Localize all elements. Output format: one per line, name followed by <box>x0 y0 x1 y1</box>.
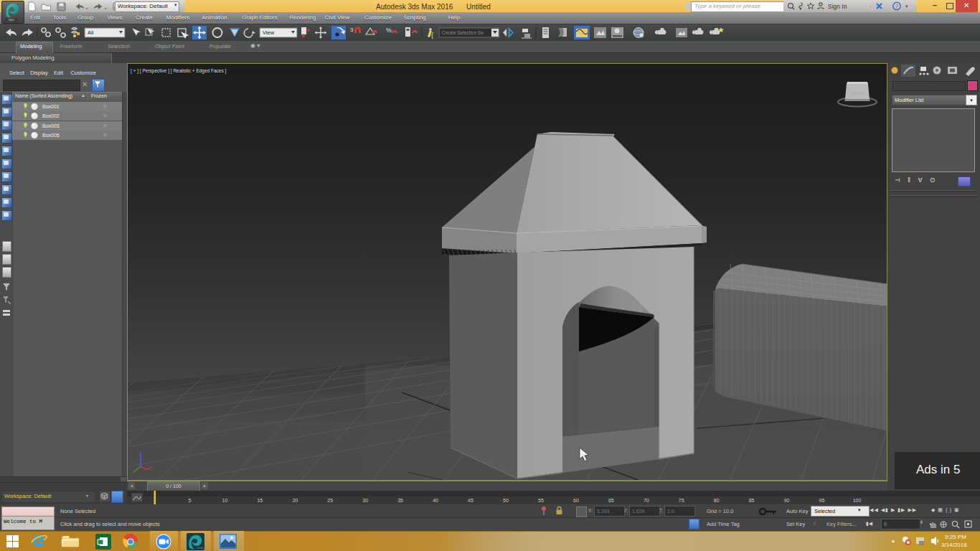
svg-text:65: 65 <box>608 498 614 503</box>
svg-text:View: View <box>263 29 275 36</box>
svg-text:60: 60 <box>573 498 579 503</box>
svg-text:Create Selection Se: Create Selection Se <box>442 30 484 35</box>
svg-text:%: % <box>386 27 392 34</box>
svg-text:20: 20 <box>292 498 298 503</box>
svg-text:All: All <box>88 29 94 36</box>
svg-text:45: 45 <box>468 498 473 503</box>
svg-text:70: 70 <box>644 498 649 503</box>
svg-text:15: 15 <box>257 498 263 503</box>
svg-text:?: ? <box>895 4 898 10</box>
svg-text:FRONT: FRONT <box>852 92 863 95</box>
svg-text:90: 90 <box>784 498 790 503</box>
svg-text:100: 100 <box>853 498 862 503</box>
svg-text:Sign In: Sign In <box>828 3 847 10</box>
svg-text:35: 35 <box>397 498 403 503</box>
svg-text:[ + ] [ Perspective ] [ Realis: [ + ] [ Perspective ] [ Realistic + Edge… <box>131 68 227 74</box>
svg-text:50: 50 <box>503 498 509 503</box>
svg-text:95: 95 <box>819 498 825 503</box>
svg-text:25: 25 <box>327 498 333 503</box>
svg-text:85: 85 <box>749 498 755 503</box>
svg-text:3: 3 <box>350 27 354 33</box>
svg-text:55: 55 <box>538 498 544 503</box>
svg-text:2016: 2016 <box>197 546 204 550</box>
svg-text:40: 40 <box>433 498 438 503</box>
svg-text:75: 75 <box>679 498 684 503</box>
svg-text:30: 30 <box>362 498 368 503</box>
svg-text:·: · <box>870 4 871 9</box>
svg-text:80: 80 <box>714 498 720 503</box>
svg-text:▾: ▾ <box>905 4 908 9</box>
svg-text:5: 5 <box>188 498 191 503</box>
svg-text:10: 10 <box>222 498 228 503</box>
svg-text:MAX: MAX <box>9 18 15 22</box>
svg-text:{: { <box>431 32 433 39</box>
